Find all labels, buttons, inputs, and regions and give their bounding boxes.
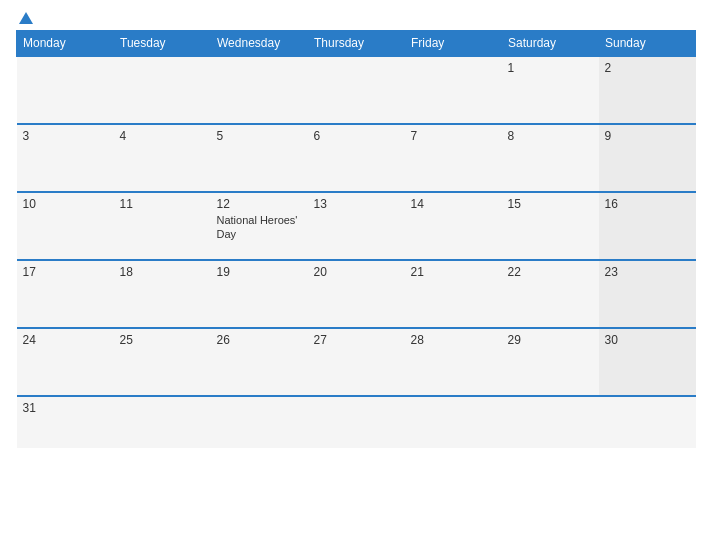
calendar-table: MondayTuesdayWednesdayThursdayFridaySatu… (16, 30, 696, 448)
calendar-cell-w5d1 (114, 396, 211, 448)
calendar-cell-w1d0: 3 (17, 124, 114, 192)
day-number: 3 (23, 129, 108, 143)
day-number: 28 (411, 333, 496, 347)
weekday-header-thursday: Thursday (308, 31, 405, 57)
calendar-cell-w2d0: 10 (17, 192, 114, 260)
day-number: 19 (217, 265, 302, 279)
day-number: 10 (23, 197, 108, 211)
day-number: 2 (605, 61, 690, 75)
calendar-cell-w5d3 (308, 396, 405, 448)
day-number: 1 (508, 61, 593, 75)
day-number: 14 (411, 197, 496, 211)
calendar-cell-w4d3: 27 (308, 328, 405, 396)
day-number: 23 (605, 265, 690, 279)
holiday-name: National Heroes' Day (217, 214, 298, 240)
logo (16, 12, 33, 24)
day-number: 9 (605, 129, 690, 143)
weekday-header-tuesday: Tuesday (114, 31, 211, 57)
calendar-cell-w1d6: 9 (599, 124, 696, 192)
calendar-cell-w5d6 (599, 396, 696, 448)
calendar-cell-w5d0: 31 (17, 396, 114, 448)
calendar-cell-w0d0 (17, 56, 114, 124)
calendar-cell-w1d3: 6 (308, 124, 405, 192)
calendar-cell-w4d6: 30 (599, 328, 696, 396)
weekday-header-saturday: Saturday (502, 31, 599, 57)
weekday-header-sunday: Sunday (599, 31, 696, 57)
calendar-cell-w0d3 (308, 56, 405, 124)
calendar-cell-w5d4 (405, 396, 502, 448)
week-row-4: 24252627282930 (17, 328, 696, 396)
day-number: 18 (120, 265, 205, 279)
calendar-cell-w2d4: 14 (405, 192, 502, 260)
calendar-wrapper: MondayTuesdayWednesdayThursdayFridaySatu… (0, 0, 712, 550)
calendar-cell-w0d2 (211, 56, 308, 124)
calendar-cell-w4d5: 29 (502, 328, 599, 396)
calendar-cell-w5d5 (502, 396, 599, 448)
day-number: 26 (217, 333, 302, 347)
calendar-cell-w4d1: 25 (114, 328, 211, 396)
day-number: 4 (120, 129, 205, 143)
weekday-header-wednesday: Wednesday (211, 31, 308, 57)
calendar-cell-w2d1: 11 (114, 192, 211, 260)
day-number: 21 (411, 265, 496, 279)
week-row-1: 3456789 (17, 124, 696, 192)
calendar-cell-w1d1: 4 (114, 124, 211, 192)
calendar-cell-w3d5: 22 (502, 260, 599, 328)
calendar-cell-w3d3: 20 (308, 260, 405, 328)
day-number: 12 (217, 197, 302, 211)
day-number: 30 (605, 333, 690, 347)
day-number: 24 (23, 333, 108, 347)
day-number: 16 (605, 197, 690, 211)
calendar-cell-w3d2: 19 (211, 260, 308, 328)
week-row-3: 17181920212223 (17, 260, 696, 328)
calendar-cell-w0d5: 1 (502, 56, 599, 124)
day-number: 11 (120, 197, 205, 211)
day-number: 25 (120, 333, 205, 347)
day-number: 20 (314, 265, 399, 279)
weekday-header-row: MondayTuesdayWednesdayThursdayFridaySatu… (17, 31, 696, 57)
day-number: 5 (217, 129, 302, 143)
calendar-cell-w1d4: 7 (405, 124, 502, 192)
week-row-2: 101112National Heroes' Day13141516 (17, 192, 696, 260)
calendar-cell-w3d1: 18 (114, 260, 211, 328)
calendar-cell-w5d2 (211, 396, 308, 448)
day-number: 13 (314, 197, 399, 211)
calendar-cell-w1d5: 8 (502, 124, 599, 192)
calendar-cell-w2d2: 12National Heroes' Day (211, 192, 308, 260)
calendar-cell-w4d4: 28 (405, 328, 502, 396)
calendar-cell-w0d6: 2 (599, 56, 696, 124)
calendar-cell-w0d4 (405, 56, 502, 124)
calendar-cell-w3d0: 17 (17, 260, 114, 328)
day-number: 6 (314, 129, 399, 143)
day-number: 31 (23, 401, 108, 415)
calendar-cell-w1d2: 5 (211, 124, 308, 192)
day-number: 8 (508, 129, 593, 143)
day-number: 27 (314, 333, 399, 347)
week-row-0: 12 (17, 56, 696, 124)
calendar-cell-w4d2: 26 (211, 328, 308, 396)
weekday-header-friday: Friday (405, 31, 502, 57)
calendar-cell-w2d6: 16 (599, 192, 696, 260)
calendar-cell-w3d6: 23 (599, 260, 696, 328)
logo-triangle-icon (19, 12, 33, 24)
week-row-5: 31 (17, 396, 696, 448)
weekday-header-monday: Monday (17, 31, 114, 57)
day-number: 15 (508, 197, 593, 211)
calendar-cell-w2d3: 13 (308, 192, 405, 260)
day-number: 29 (508, 333, 593, 347)
calendar-header (16, 12, 696, 24)
day-number: 17 (23, 265, 108, 279)
calendar-cell-w2d5: 15 (502, 192, 599, 260)
calendar-cell-w4d0: 24 (17, 328, 114, 396)
day-number: 7 (411, 129, 496, 143)
calendar-cell-w0d1 (114, 56, 211, 124)
day-number: 22 (508, 265, 593, 279)
calendar-cell-w3d4: 21 (405, 260, 502, 328)
